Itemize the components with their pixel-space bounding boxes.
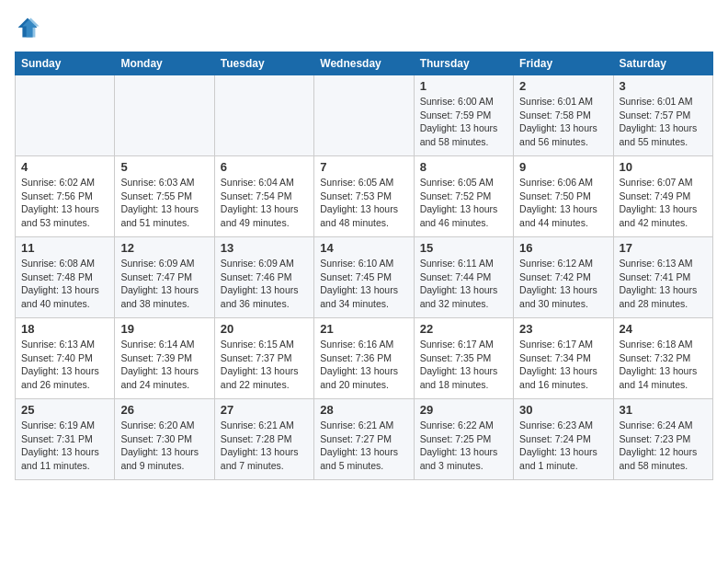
day-cell: 21Sunrise: 6:16 AMSunset: 7:36 PMDayligh… [314, 318, 414, 399]
day-number: 25 [21, 403, 108, 417]
column-header-sunday: Sunday [16, 52, 115, 75]
day-info: Sunrise: 6:08 AMSunset: 7:48 PMDaylight:… [21, 257, 108, 311]
day-number: 23 [519, 322, 607, 336]
day-number: 5 [120, 160, 208, 174]
day-number: 24 [620, 322, 707, 336]
day-cell: 24Sunrise: 6:18 AMSunset: 7:32 PMDayligh… [613, 318, 712, 399]
day-info: Sunrise: 6:22 AMSunset: 7:25 PMDaylight:… [420, 419, 507, 473]
day-number: 1 [420, 79, 507, 93]
day-info: Sunrise: 6:01 AMSunset: 7:57 PMDaylight:… [620, 95, 707, 149]
week-row-1: 1Sunrise: 6:00 AMSunset: 7:59 PMDaylight… [16, 75, 713, 156]
day-cell: 6Sunrise: 6:04 AMSunset: 7:54 PMDaylight… [214, 156, 313, 237]
day-cell: 17Sunrise: 6:13 AMSunset: 7:41 PMDayligh… [613, 237, 712, 318]
day-number: 28 [320, 403, 407, 417]
day-info: Sunrise: 6:09 AMSunset: 7:46 PMDaylight:… [221, 257, 308, 311]
day-info: Sunrise: 6:10 AMSunset: 7:45 PMDaylight:… [320, 257, 407, 311]
day-number: 27 [221, 403, 308, 417]
column-header-tuesday: Tuesday [214, 52, 313, 75]
day-info: Sunrise: 6:03 AMSunset: 7:55 PMDaylight:… [120, 176, 208, 230]
page-header [15, 15, 713, 40]
logo [15, 15, 44, 40]
day-info: Sunrise: 6:07 AMSunset: 7:49 PMDaylight:… [620, 176, 707, 230]
day-info: Sunrise: 6:17 AMSunset: 7:34 PMDaylight:… [519, 338, 607, 392]
column-header-wednesday: Wednesday [314, 52, 414, 75]
column-header-monday: Monday [115, 52, 214, 75]
day-info: Sunrise: 6:11 AMSunset: 7:44 PMDaylight:… [420, 257, 507, 311]
day-number: 12 [120, 241, 208, 255]
day-cell [16, 75, 115, 156]
day-number: 16 [519, 241, 607, 255]
day-number: 19 [120, 322, 208, 336]
day-cell: 28Sunrise: 6:21 AMSunset: 7:27 PMDayligh… [314, 399, 414, 480]
week-row-2: 4Sunrise: 6:02 AMSunset: 7:56 PMDaylight… [16, 156, 713, 237]
day-info: Sunrise: 6:24 AMSunset: 7:23 PMDaylight:… [620, 419, 707, 473]
day-info: Sunrise: 6:02 AMSunset: 7:56 PMDaylight:… [21, 176, 108, 230]
day-info: Sunrise: 6:21 AMSunset: 7:28 PMDaylight:… [221, 419, 308, 473]
day-cell: 10Sunrise: 6:07 AMSunset: 7:49 PMDayligh… [613, 156, 712, 237]
day-cell: 4Sunrise: 6:02 AMSunset: 7:56 PMDaylight… [16, 156, 115, 237]
day-number: 20 [221, 322, 308, 336]
day-info: Sunrise: 6:12 AMSunset: 7:42 PMDaylight:… [519, 257, 607, 311]
day-cell: 14Sunrise: 6:10 AMSunset: 7:45 PMDayligh… [314, 237, 414, 318]
day-info: Sunrise: 6:23 AMSunset: 7:24 PMDaylight:… [519, 419, 607, 473]
day-info: Sunrise: 6:00 AMSunset: 7:59 PMDaylight:… [420, 95, 507, 149]
day-number: 13 [221, 241, 308, 255]
day-number: 3 [620, 79, 707, 93]
day-cell: 22Sunrise: 6:17 AMSunset: 7:35 PMDayligh… [414, 318, 513, 399]
column-header-saturday: Saturday [613, 52, 712, 75]
day-number: 30 [519, 403, 607, 417]
day-cell [115, 75, 214, 156]
day-cell: 31Sunrise: 6:24 AMSunset: 7:23 PMDayligh… [613, 399, 712, 480]
day-cell [314, 75, 414, 156]
day-cell: 20Sunrise: 6:15 AMSunset: 7:37 PMDayligh… [214, 318, 313, 399]
day-cell: 26Sunrise: 6:20 AMSunset: 7:30 PMDayligh… [115, 399, 214, 480]
week-row-5: 25Sunrise: 6:19 AMSunset: 7:31 PMDayligh… [16, 399, 713, 480]
day-number: 6 [221, 160, 308, 174]
day-cell: 23Sunrise: 6:17 AMSunset: 7:34 PMDayligh… [514, 318, 613, 399]
day-info: Sunrise: 6:21 AMSunset: 7:27 PMDaylight:… [320, 419, 407, 473]
day-cell: 11Sunrise: 6:08 AMSunset: 7:48 PMDayligh… [16, 237, 115, 318]
day-number: 29 [420, 403, 507, 417]
day-number: 9 [519, 160, 607, 174]
day-number: 10 [620, 160, 707, 174]
day-cell: 13Sunrise: 6:09 AMSunset: 7:46 PMDayligh… [214, 237, 313, 318]
day-info: Sunrise: 6:06 AMSunset: 7:50 PMDaylight:… [519, 176, 607, 230]
day-number: 15 [420, 241, 507, 255]
day-number: 11 [21, 241, 108, 255]
day-cell: 12Sunrise: 6:09 AMSunset: 7:47 PMDayligh… [115, 237, 214, 318]
day-info: Sunrise: 6:18 AMSunset: 7:32 PMDaylight:… [620, 338, 707, 392]
day-number: 8 [420, 160, 507, 174]
logo-icon [15, 15, 40, 40]
day-number: 4 [21, 160, 108, 174]
day-info: Sunrise: 6:13 AMSunset: 7:41 PMDaylight:… [620, 257, 707, 311]
day-info: Sunrise: 6:20 AMSunset: 7:30 PMDaylight:… [120, 419, 208, 473]
day-cell: 19Sunrise: 6:14 AMSunset: 7:39 PMDayligh… [115, 318, 214, 399]
day-info: Sunrise: 6:14 AMSunset: 7:39 PMDaylight:… [120, 338, 208, 392]
day-info: Sunrise: 6:01 AMSunset: 7:58 PMDaylight:… [519, 95, 607, 149]
day-cell: 8Sunrise: 6:05 AMSunset: 7:52 PMDaylight… [414, 156, 513, 237]
day-cell: 18Sunrise: 6:13 AMSunset: 7:40 PMDayligh… [16, 318, 115, 399]
day-number: 31 [620, 403, 707, 417]
day-cell: 1Sunrise: 6:00 AMSunset: 7:59 PMDaylight… [414, 75, 513, 156]
day-info: Sunrise: 6:16 AMSunset: 7:36 PMDaylight:… [320, 338, 407, 392]
day-number: 17 [620, 241, 707, 255]
day-number: 26 [120, 403, 208, 417]
day-cell: 16Sunrise: 6:12 AMSunset: 7:42 PMDayligh… [514, 237, 613, 318]
day-cell: 2Sunrise: 6:01 AMSunset: 7:58 PMDaylight… [514, 75, 613, 156]
day-number: 2 [519, 79, 607, 93]
day-number: 18 [21, 322, 108, 336]
week-row-4: 18Sunrise: 6:13 AMSunset: 7:40 PMDayligh… [16, 318, 713, 399]
day-cell: 3Sunrise: 6:01 AMSunset: 7:57 PMDaylight… [613, 75, 712, 156]
day-info: Sunrise: 6:19 AMSunset: 7:31 PMDaylight:… [21, 419, 108, 473]
day-cell [214, 75, 313, 156]
day-info: Sunrise: 6:04 AMSunset: 7:54 PMDaylight:… [221, 176, 308, 230]
day-number: 21 [320, 322, 407, 336]
day-cell: 27Sunrise: 6:21 AMSunset: 7:28 PMDayligh… [214, 399, 313, 480]
day-cell: 30Sunrise: 6:23 AMSunset: 7:24 PMDayligh… [514, 399, 613, 480]
day-info: Sunrise: 6:13 AMSunset: 7:40 PMDaylight:… [21, 338, 108, 392]
column-header-thursday: Thursday [414, 52, 513, 75]
day-info: Sunrise: 6:15 AMSunset: 7:37 PMDaylight:… [221, 338, 308, 392]
day-cell: 9Sunrise: 6:06 AMSunset: 7:50 PMDaylight… [514, 156, 613, 237]
day-info: Sunrise: 6:09 AMSunset: 7:47 PMDaylight:… [120, 257, 208, 311]
day-cell: 15Sunrise: 6:11 AMSunset: 7:44 PMDayligh… [414, 237, 513, 318]
